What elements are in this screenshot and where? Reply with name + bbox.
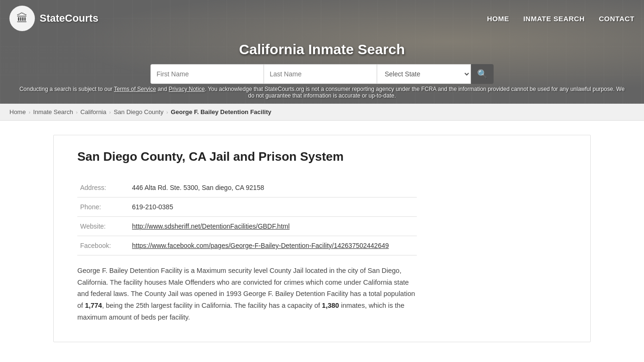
last-name-input[interactable] [264,64,377,84]
address-row: Address: 446 Alta Rd. Ste. 5300, San die… [77,178,417,197]
website-row: Website: http://www.sdsheriff.net/Detent… [77,217,417,236]
address-label: Address: [77,178,129,197]
header-content: California Inmate Search Select State Ca… [0,37,644,84]
phone-row: Phone: 619-210-0385 [77,197,417,217]
breadcrumb-county[interactable]: San Diego County [114,108,164,115]
privacy-link[interactable]: Privacy Notice [169,86,205,92]
terms-link[interactable]: Terms of Service [114,86,156,92]
search-button[interactable]: 🔍 [471,64,494,84]
breadcrumb-home[interactable]: Home [9,108,26,115]
navigation: 🏛 StateCourts HOME INMATE SEARCH CONTACT [0,0,644,37]
nav-home[interactable]: HOME [487,15,509,23]
disclaimer-text-before: Conducting a search is subject to our [19,86,114,92]
facility-title: San Diego County, CA Jail and Prison Sys… [77,149,567,164]
first-name-input[interactable] [150,64,264,84]
website-label: Website: [77,217,129,236]
website-value: http://www.sdsheriff.net/DetentionFacili… [129,217,417,236]
logo-icon: 🏛 [9,6,35,31]
logo-area[interactable]: 🏛 StateCourts [9,6,99,31]
breadcrumb-state[interactable]: California [81,108,107,115]
breadcrumb-sep-3: › [109,109,111,115]
search-bar: Select State California Texas Florida Ne… [150,64,494,84]
facility-description: George F. Bailey Detention Facility is a… [77,265,417,323]
breadcrumb-sep-4: › [166,109,168,115]
nav-contact[interactable]: CONTACT [599,15,635,23]
state-select[interactable]: Select State California Texas Florida Ne… [377,64,471,84]
facebook-value: https://www.facebook.com/pages/George-F-… [129,236,417,255]
address-value: 446 Alta Rd. Ste. 5300, San diego, CA 92… [129,178,417,197]
header-title: California Inmate Search [239,41,405,58]
disclaimer: Conducting a search is subject to our Te… [0,86,644,99]
phone-label: Phone: [77,197,129,217]
breadcrumb: Home › Inmate Search › California › San … [0,104,644,121]
nav-links: HOME INMATE SEARCH CONTACT [487,15,635,23]
phone-value: 619-210-0385 [129,197,417,217]
facebook-row: Facebook: https://www.facebook.com/pages… [77,236,417,255]
nav-inmate-search[interactable]: INMATE SEARCH [523,15,585,23]
breadcrumb-sep-2: › [76,109,78,115]
main-content: San Diego County, CA Jail and Prison Sys… [44,121,600,361]
logo-text: StateCourts [40,12,99,25]
facility-info-table: Address: 446 Alta Rd. Ste. 5300, San die… [77,178,417,255]
facebook-link[interactable]: https://www.facebook.com/pages/George-F-… [132,242,389,249]
breadcrumb-facility: George F. Bailey Detention Facility [171,108,271,115]
disclaimer-text-after: . You acknowledge that StateCourts.org i… [205,86,624,99]
breadcrumb-inmate-search[interactable]: Inmate Search [33,108,73,115]
website-link[interactable]: http://www.sdsheriff.net/DetentionFacili… [132,222,289,230]
header: 🏛 StateCourts HOME INMATE SEARCH CONTACT… [0,0,644,104]
disclaimer-and: and [156,86,169,92]
population-value: 1,774 [85,302,102,309]
capacity-value: 1,380 [322,302,339,309]
search-icon: 🔍 [477,69,487,79]
description-text-2: , being the 25th largest facility in Cal… [102,302,322,309]
content-card: San Diego County, CA Jail and Prison Sys… [53,135,591,342]
facebook-label: Facebook: [77,236,129,255]
breadcrumb-sep-1: › [29,109,31,115]
